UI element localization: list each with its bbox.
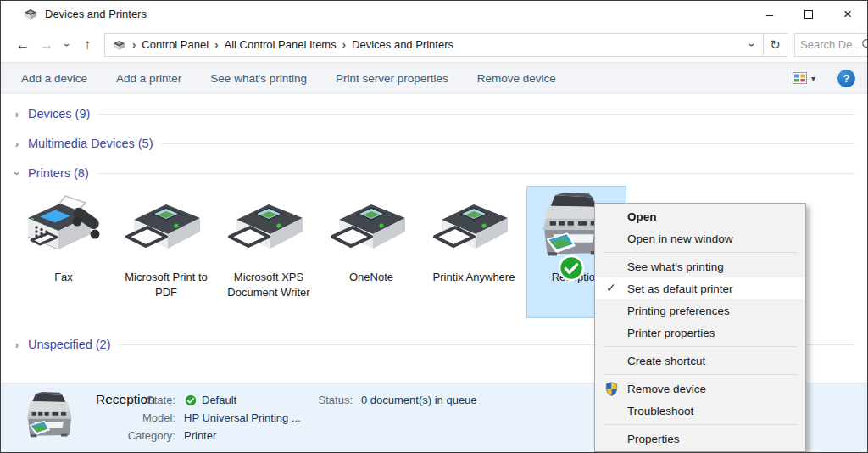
breadcrumb-printer-icon [112, 39, 126, 51]
menu-separator [603, 252, 798, 253]
model-value: HP Universal Printing ... [184, 409, 301, 427]
breadcrumb-devices-and-printers[interactable]: Devices and Printers [352, 38, 453, 51]
printer-icon [124, 194, 209, 262]
search-input[interactable] [800, 38, 861, 51]
minimize-button[interactable]: – [750, 1, 789, 27]
printer-tile-microsoft-xps-document-writer[interactable]: Microsoft XPS Document Writer [220, 187, 318, 317]
printer-tile-onenote[interactable]: OneNote [322, 187, 420, 317]
menu-item-properties[interactable]: Properties [595, 428, 805, 450]
chevron-right-icon[interactable]: › [11, 137, 23, 150]
address-bar[interactable]: › Control Panel › All Control Panel Item… [104, 33, 764, 57]
state-value: Default [184, 391, 236, 409]
group-rule [161, 143, 855, 144]
menu-item-open[interactable]: Open [595, 205, 805, 227]
refresh-button[interactable]: ↻ [764, 33, 787, 57]
group-rule [97, 173, 855, 174]
printer-icon [329, 194, 414, 262]
printer-tile-printix-anywhere[interactable]: Printix Anywhere [425, 187, 523, 317]
printer-icon [226, 194, 311, 262]
help-button[interactable]: ? [837, 70, 855, 87]
menu-item-remove-device[interactable]: Remove device [595, 378, 805, 400]
search-icon [861, 38, 868, 51]
menu-item-printer-properties[interactable]: Printer properties [595, 322, 805, 344]
see-whats-printing-button[interactable]: See what's printing [210, 72, 307, 85]
navigation-bar: ← → › ↑ › Control Panel › All Control Pa… [1, 27, 867, 62]
menu-item-set-as-default-printer[interactable]: ✓ Set as default printer [595, 277, 805, 299]
menu-separator [603, 346, 798, 347]
breadcrumb-separator-icon: › [132, 38, 136, 51]
command-toolbar: Add a device Add a printer See what's pr… [1, 62, 867, 94]
forward-button[interactable]: → [35, 36, 58, 53]
group-label-printers[interactable]: Printers (8) [28, 166, 89, 180]
checkmark-icon: ✓ [606, 281, 616, 294]
add-printer-button[interactable]: Add a printer [116, 72, 181, 85]
group-header-multimedia[interactable]: › Multimedia Devices (5) [1, 135, 855, 152]
menu-separator [603, 424, 798, 425]
printer-label: Microsoft XPS Document Writer [221, 270, 316, 300]
breadcrumb-control-panel[interactable]: Control Panel [142, 38, 209, 51]
devices-and-printers-window: Devices and Printers – × ← → › ↑ › Contr… [0, 0, 868, 453]
history-dropdown-icon[interactable]: › [58, 39, 75, 51]
printer-tile-microsoft-print-to-pdf[interactable]: Microsoft Print to PDF [117, 187, 215, 317]
uac-shield-icon [604, 382, 619, 396]
status-value: 0 document(s) in queue [361, 391, 477, 409]
back-button[interactable]: ← [11, 36, 35, 53]
printer-app-icon [23, 8, 38, 20]
details-column-1: State: Default Model: HP Universal Print… [94, 391, 301, 445]
up-button[interactable]: ↑ [75, 36, 99, 53]
change-view-button[interactable]: ▾ [793, 72, 815, 84]
window-title: Devices and Printers [45, 8, 147, 20]
group-label-devices[interactable]: Devices (9) [28, 107, 90, 120]
toolbar-right: ▾ ? [793, 70, 855, 87]
add-device-button[interactable]: Add a device [21, 72, 87, 85]
printer-tile-fax[interactable]: Fax [14, 187, 113, 317]
category-label: Category: [94, 427, 175, 445]
group-label-multimedia[interactable]: Multimedia Devices (5) [28, 137, 153, 150]
group-header-printers[interactable]: › Printers (8) [1, 165, 855, 182]
maximize-icon [804, 10, 813, 19]
printer-tiles: Fax Microsoft Print to PDF Microsoft XPS… [14, 187, 630, 317]
details-column-2: Status: 0 document(s) in queue [302, 391, 477, 409]
printer-label: Microsoft Print to PDF [119, 270, 214, 300]
title-bar: Devices and Printers – × [1, 1, 867, 27]
state-label: State: [94, 391, 175, 409]
menu-item-troubleshoot[interactable]: Troubleshoot [595, 400, 805, 422]
model-label: Model: [94, 409, 175, 427]
search-box[interactable] [794, 33, 868, 57]
status-label: Status: [302, 391, 353, 409]
menu-item-open-in-new-window[interactable]: Open in new window [595, 227, 805, 249]
printer-icon [431, 194, 516, 262]
menu-item-see-whats-printing[interactable]: See what's printing [595, 255, 805, 277]
group-rule [98, 114, 855, 115]
menu-item-create-shortcut[interactable]: Create shortcut [595, 350, 805, 372]
default-printer-check-icon [558, 254, 585, 282]
window-controls: – × [750, 1, 867, 27]
fax-icon [21, 193, 106, 264]
close-button[interactable]: × [828, 1, 867, 27]
default-check-icon [184, 394, 198, 407]
menu-item-printing-preferences[interactable]: Printing preferences [595, 299, 805, 322]
address-dropdown-icon[interactable]: › [741, 39, 763, 51]
print-server-properties-button[interactable]: Print server properties [336, 72, 448, 85]
breadcrumb-separator-icon: › [342, 38, 346, 51]
context-menu: Open Open in new window See what's print… [594, 203, 806, 452]
chevron-down-icon[interactable]: › [11, 167, 24, 179]
selected-printer-thumbnail-icon [23, 390, 79, 445]
remove-device-button[interactable]: Remove device [477, 72, 556, 85]
view-dropdown-icon[interactable]: ▾ [811, 74, 815, 83]
menu-separator [603, 374, 798, 375]
group-header-devices[interactable]: › Devices (9) [1, 105, 855, 122]
printer-label: OneNote [324, 270, 419, 285]
breadcrumb-separator-icon: › [214, 38, 218, 51]
category-value: Printer [184, 427, 216, 445]
printer-label: Printix Anywhere [426, 270, 521, 285]
printer-label: Fax [16, 270, 111, 285]
chevron-right-icon[interactable]: › [11, 338, 23, 351]
group-label-unspecified[interactable]: Unspecified (2) [28, 338, 111, 351]
breadcrumb-all-control-panel-items[interactable]: All Control Panel Items [224, 38, 336, 51]
view-grid-icon [793, 72, 807, 84]
maximize-button[interactable] [789, 1, 828, 27]
chevron-right-icon[interactable]: › [11, 108, 23, 120]
